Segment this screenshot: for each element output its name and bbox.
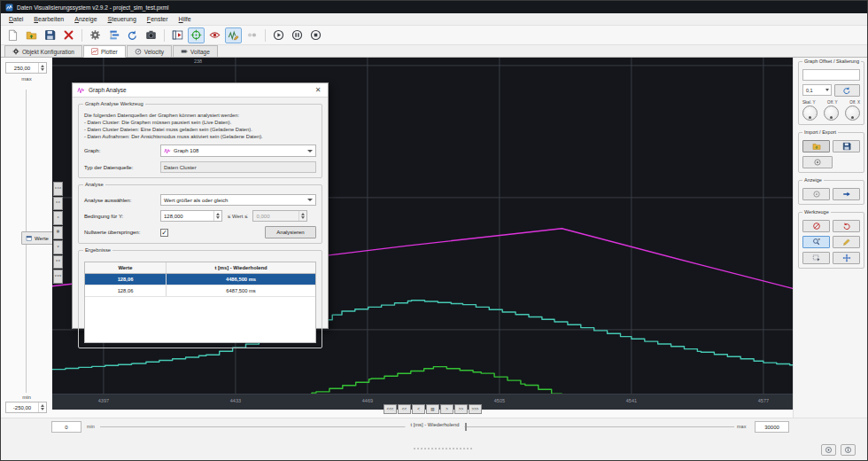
y-pan-button-5[interactable]: ∨∨ xyxy=(53,255,63,270)
toolbar-button-delete[interactable] xyxy=(60,27,77,43)
toolbar-button-hierarchy[interactable] xyxy=(105,27,122,43)
toolbar-button-undo[interactable] xyxy=(124,27,141,43)
tab-objekt-konfiguration[interactable]: Objekt Konfiguration xyxy=(4,45,82,57)
x-pan-button-1[interactable]: << xyxy=(398,404,411,414)
disable-tool-button[interactable] xyxy=(802,220,830,232)
menu-datei[interactable]: Datei xyxy=(4,14,28,24)
step-size-value: 0,1 xyxy=(806,88,813,93)
move-tool-button[interactable] xyxy=(833,252,860,264)
y-pan-button-3[interactable]: ▤ xyxy=(53,226,63,240)
toolbar-button-play[interactable] xyxy=(270,27,287,43)
x-pan-button-0[interactable]: <<< xyxy=(384,404,397,414)
close-icon[interactable]: ✕ xyxy=(313,86,323,94)
menu-fenster[interactable]: Fenster xyxy=(142,14,174,24)
toolbar-button-file-new[interactable] xyxy=(4,27,21,43)
menu-anzeige[interactable]: Anzeige xyxy=(69,14,102,24)
result-time: 6487,500 ms xyxy=(167,285,315,296)
analysieren-button[interactable]: Analysieren xyxy=(265,226,316,238)
menu-bearbeiten[interactable]: Bearbeiten xyxy=(28,14,69,24)
pencil-icon xyxy=(842,238,851,246)
toolbar-button-pause[interactable] xyxy=(289,27,306,43)
analyse-select[interactable]: Wert größer als oder gleich xyxy=(160,194,316,206)
toolbar-button-stop[interactable] xyxy=(307,27,324,43)
tab-bar: Objekt KonfigurationPlotterVelocityVolta… xyxy=(1,45,867,58)
tab-label: Velocity xyxy=(144,49,164,55)
group-info-title: Graph Analyse Werkzeug xyxy=(83,101,145,106)
tab-voltage[interactable]: Voltage xyxy=(173,45,218,57)
record-button[interactable] xyxy=(802,156,833,168)
step-size-select[interactable]: 0,1 xyxy=(802,84,832,96)
time-slider-bar: 0 min t [ms] - Wiederholend max 30000 xyxy=(1,418,868,461)
toolbar-button-eye[interactable] xyxy=(206,27,223,43)
import-button[interactable] xyxy=(802,140,830,152)
y-pan-button-4[interactable]: ∨ xyxy=(53,240,63,254)
group-ergebnisse-title: Ergebnisse xyxy=(83,247,112,253)
zoom-select-tool-button[interactable] xyxy=(802,236,830,248)
toolbar-button-link-dots[interactable] xyxy=(244,27,260,43)
skip-zero-label: Nullwerte überspringen: xyxy=(84,230,160,235)
condition-spinner[interactable]: 128,000 xyxy=(160,210,222,222)
spinner-arrows[interactable] xyxy=(213,211,221,221)
skip-zero-checkbox[interactable]: ✓ xyxy=(160,229,168,237)
toolbar-button-save[interactable] xyxy=(42,27,58,43)
tab-velocity[interactable]: Velocity xyxy=(127,45,172,57)
x-pan-button-6[interactable]: >>> xyxy=(469,404,482,414)
title-bar: Daten Visualisierungssystem v2.9.2 - pro… xyxy=(1,1,867,13)
menu-hilfe[interactable]: Hilfe xyxy=(174,14,197,24)
offset-input[interactable] xyxy=(802,69,860,81)
toolbar-button-panel-play[interactable] xyxy=(169,27,186,43)
off-y-knob[interactable] xyxy=(824,105,839,121)
y-max-spinner[interactable]: 250,00 xyxy=(5,62,47,74)
group-anzeige: Anzeige xyxy=(798,180,864,205)
x-pan-buttons: <<<<<<▤>>>>>> xyxy=(384,404,482,414)
results-row[interactable]: 128,066487,500 ms xyxy=(85,285,315,297)
toolbar-button-wave-pen[interactable] xyxy=(225,27,242,43)
display-mode-button[interactable] xyxy=(802,188,830,200)
time-max-label: max xyxy=(737,424,746,429)
app-window: Daten Visualisierungssystem v2.9.2 - pro… xyxy=(0,0,868,461)
toolbar-button-gear[interactable] xyxy=(87,27,104,43)
spinner-arrows[interactable] xyxy=(38,63,46,73)
y-pan-button-2[interactable]: ∧ xyxy=(53,211,63,225)
group-import-export: Import / Export xyxy=(798,132,864,173)
y-max-value: 250,00 xyxy=(6,66,38,71)
y-scale-panel: 250,00 max Werte min -250,00 xyxy=(1,58,52,418)
draw-tool-button[interactable] xyxy=(833,236,860,248)
folder-open-icon xyxy=(812,142,821,151)
y-pan-button-0[interactable]: ∧∧∧ xyxy=(53,182,63,196)
between-label: ≤ Wert ≤ xyxy=(228,214,247,219)
graph-select[interactable]: Graph 108 xyxy=(160,145,316,157)
reset-offset-button[interactable] xyxy=(834,84,861,97)
x-pan-button-3[interactable]: ▤ xyxy=(426,404,439,414)
time-max-field[interactable]: 30000 xyxy=(755,421,789,433)
results-table[interactable]: Werte t [ms] - Wiederholend 128,064486,5… xyxy=(84,262,316,343)
off-x-knob[interactable] xyxy=(845,105,860,121)
x-pan-button-4[interactable]: > xyxy=(440,404,453,414)
export-button[interactable] xyxy=(833,140,860,152)
dialog-title-bar[interactable]: Graph Analyse ✕ xyxy=(73,83,328,98)
box-select-tool-button[interactable] xyxy=(802,252,830,264)
results-row[interactable]: 128,064486,500 ms xyxy=(85,274,315,285)
resize-grip[interactable] xyxy=(414,448,472,449)
menu-steuerung[interactable]: Steuerung xyxy=(103,14,142,24)
toolbar-button-target[interactable] xyxy=(188,27,205,43)
condition-label: Bedingung für Y: xyxy=(84,214,160,219)
toolbar-button-folder-open[interactable] xyxy=(23,27,40,43)
y-pan-button-6[interactable]: ∨∨∨ xyxy=(53,270,63,284)
time-min-field[interactable]: 0 xyxy=(51,421,81,433)
y-min-spinner[interactable]: -250,00 xyxy=(5,402,47,413)
redo-tool-button[interactable] xyxy=(833,220,860,232)
info-button[interactable] xyxy=(841,444,856,456)
time-slider-handle[interactable] xyxy=(465,423,467,431)
forward-button[interactable] xyxy=(833,188,860,200)
target-button[interactable] xyxy=(821,444,836,456)
skal-y-knob[interactable] xyxy=(802,105,818,121)
x-pan-button-2[interactable]: < xyxy=(412,404,425,414)
werte-button[interactable]: Werte xyxy=(21,231,53,245)
tab-plotter[interactable]: Plotter xyxy=(83,45,126,58)
x-pan-button-5[interactable]: >> xyxy=(454,404,468,414)
spinner-arrows[interactable] xyxy=(38,402,46,412)
y-pan-button-1[interactable]: ∧∧ xyxy=(53,197,63,211)
toolbar xyxy=(1,26,867,45)
toolbar-button-camera[interactable] xyxy=(143,27,159,43)
